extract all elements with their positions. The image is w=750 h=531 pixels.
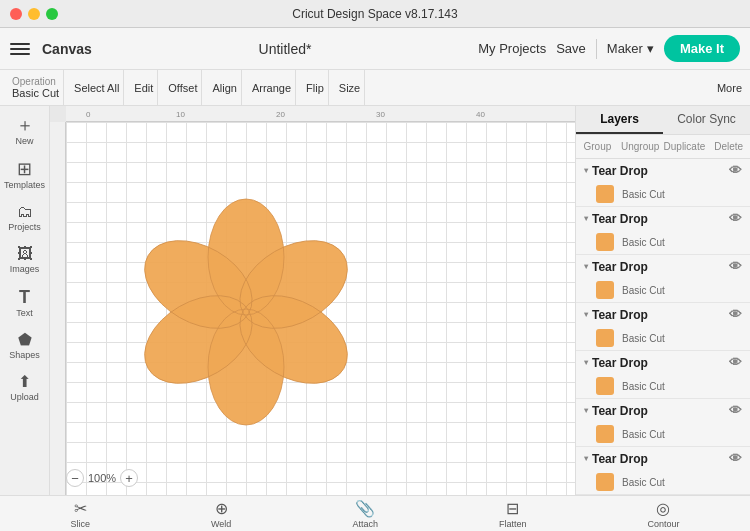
offset-button[interactable]: Offset xyxy=(168,82,197,94)
layer-sub-label-3: Basic Cut xyxy=(622,333,665,344)
toolbar-right: My Projects Save Maker ▾ Make It xyxy=(478,35,740,62)
layer-sub-0: Basic Cut xyxy=(576,182,750,206)
text-icon: T xyxy=(19,288,30,306)
weld-icon: ⊕ xyxy=(215,499,228,518)
layer-name-3: Tear Drop xyxy=(592,308,725,322)
layer-group-2: ▾ Tear Drop 👁 Basic Cut xyxy=(576,255,750,303)
sidebar-label-text: Text xyxy=(16,308,33,318)
sidebar-item-templates[interactable]: ⊞ Templates xyxy=(3,154,47,196)
layer-group-6: ▾ Tear Drop 👁 Basic Cut xyxy=(576,447,750,495)
visibility-icon-2[interactable]: 👁 xyxy=(729,259,742,274)
layer-sub-3: Basic Cut xyxy=(576,326,750,350)
layer-swatch-5 xyxy=(596,425,614,443)
visibility-icon-6[interactable]: 👁 xyxy=(729,451,742,466)
my-projects-button[interactable]: My Projects xyxy=(478,41,546,56)
layer-swatch-6 xyxy=(596,473,614,491)
sidebar-item-upload[interactable]: ⬆ Upload xyxy=(3,368,47,408)
more-button[interactable]: More xyxy=(717,82,742,94)
arrange-group: Arrange xyxy=(248,70,296,105)
sidebar-item-text[interactable]: T Text xyxy=(3,282,47,324)
layer-name-6: Tear Drop xyxy=(592,452,725,466)
weld-label: Weld xyxy=(211,519,231,529)
sidebar-item-shapes[interactable]: ⬟ Shapes xyxy=(3,326,47,366)
size-group: Size xyxy=(335,70,365,105)
zoom-out-button[interactable]: − xyxy=(66,469,84,487)
layer-header-5[interactable]: ▾ Tear Drop 👁 xyxy=(576,399,750,422)
panel-tabs: Layers Color Sync xyxy=(576,106,750,135)
chevron-down-icon: ▾ xyxy=(647,41,654,56)
layers-list: ▾ Tear Drop 👁 Basic Cut ▾ Tear Drop 👁 Ba… xyxy=(576,159,750,495)
visibility-icon-5[interactable]: 👁 xyxy=(729,403,742,418)
attach-label: Attach xyxy=(352,519,378,529)
minimize-button[interactable] xyxy=(28,8,40,20)
layer-name-4: Tear Drop xyxy=(592,356,725,370)
visibility-icon-1[interactable]: 👁 xyxy=(729,211,742,226)
sidebar-label-upload: Upload xyxy=(10,392,39,402)
select-all-group: Select All xyxy=(70,70,124,105)
chevron-icon: ▾ xyxy=(584,358,588,367)
operation-value[interactable]: Basic Cut xyxy=(12,87,59,99)
toolbar-divider xyxy=(596,39,597,59)
canvas-background[interactable] xyxy=(66,122,575,495)
make-it-button[interactable]: Make It xyxy=(664,35,740,62)
delete-action[interactable]: Delete xyxy=(707,139,750,154)
right-panel: Layers Color Sync Group Ungroup Duplicat… xyxy=(575,106,750,495)
offset-group: Offset xyxy=(164,70,202,105)
attach-icon: 📎 xyxy=(355,499,375,518)
contour-icon: ◎ xyxy=(656,499,670,518)
align-button[interactable]: Align xyxy=(212,82,236,94)
duplicate-action[interactable]: Duplicate xyxy=(662,139,708,154)
tab-color-sync[interactable]: Color Sync xyxy=(663,106,750,134)
layer-sub-6: Basic Cut xyxy=(576,470,750,494)
flower-shape[interactable] xyxy=(116,182,376,442)
group-action[interactable]: Group xyxy=(576,139,619,154)
sidebar-label-new: New xyxy=(15,136,33,146)
attach-tool[interactable]: 📎 Attach xyxy=(352,499,378,529)
arrange-button[interactable]: Arrange xyxy=(252,82,291,94)
layer-group-5: ▾ Tear Drop 👁 Basic Cut xyxy=(576,399,750,447)
layer-header-3[interactable]: ▾ Tear Drop 👁 xyxy=(576,303,750,326)
zoom-value: 100% xyxy=(88,472,116,484)
layer-header-2[interactable]: ▾ Tear Drop 👁 xyxy=(576,255,750,278)
app-title: Cricut Design Space v8.17.143 xyxy=(292,7,457,21)
main-content: ＋ New ⊞ Templates 🗂 Projects 🖼 Images T … xyxy=(0,106,750,495)
sidebar-label-projects: Projects xyxy=(8,222,41,232)
flip-button[interactable]: Flip xyxy=(306,82,324,94)
layer-header-4[interactable]: ▾ Tear Drop 👁 xyxy=(576,351,750,374)
contour-label: Contour xyxy=(647,519,679,529)
layer-sub-label-0: Basic Cut xyxy=(622,189,665,200)
slice-tool[interactable]: ✂ Slice xyxy=(71,499,91,529)
flatten-tool[interactable]: ⊟ Flatten xyxy=(499,499,527,529)
select-all-button[interactable]: Select All xyxy=(74,82,119,94)
layer-swatch-0 xyxy=(596,185,614,203)
visibility-icon-3[interactable]: 👁 xyxy=(729,307,742,322)
visibility-icon-0[interactable]: 👁 xyxy=(729,163,742,178)
canvas-area[interactable]: 0 10 20 30 40 xyxy=(50,106,575,495)
visibility-icon-4[interactable]: 👁 xyxy=(729,355,742,370)
ungroup-action[interactable]: Ungroup xyxy=(619,139,662,154)
align-group: Align xyxy=(208,70,241,105)
maximize-button[interactable] xyxy=(46,8,58,20)
projects-icon: 🗂 xyxy=(17,204,33,220)
zoom-in-button[interactable]: + xyxy=(120,469,138,487)
layer-header-1[interactable]: ▾ Tear Drop 👁 xyxy=(576,207,750,230)
sidebar-item-new[interactable]: ＋ New xyxy=(3,110,47,152)
canvas-label: Canvas xyxy=(42,41,92,57)
layer-header-0[interactable]: ▾ Tear Drop 👁 xyxy=(576,159,750,182)
layer-swatch-2 xyxy=(596,281,614,299)
sidebar-item-projects[interactable]: 🗂 Projects xyxy=(3,198,47,238)
weld-tool[interactable]: ⊕ Weld xyxy=(211,499,231,529)
layer-sub-label-6: Basic Cut xyxy=(622,477,665,488)
sidebar-item-images[interactable]: 🖼 Images xyxy=(3,240,47,280)
maker-dropdown[interactable]: Maker ▾ xyxy=(607,41,654,56)
menu-icon[interactable] xyxy=(10,43,30,55)
close-button[interactable] xyxy=(10,8,22,20)
upload-icon: ⬆ xyxy=(18,374,31,390)
sidebar-label-shapes: Shapes xyxy=(9,350,40,360)
edit-button[interactable]: Edit xyxy=(134,82,153,94)
layer-name-1: Tear Drop xyxy=(592,212,725,226)
tab-layers[interactable]: Layers xyxy=(576,106,663,134)
save-button[interactable]: Save xyxy=(556,41,586,56)
contour-tool[interactable]: ◎ Contour xyxy=(647,499,679,529)
layer-header-6[interactable]: ▾ Tear Drop 👁 xyxy=(576,447,750,470)
